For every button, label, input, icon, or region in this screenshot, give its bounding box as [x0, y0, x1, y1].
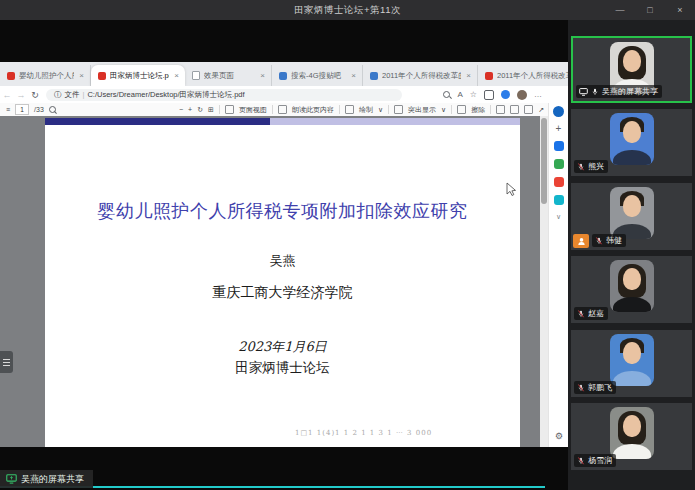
thumbnails-menu-icon[interactable]: ≡ — [6, 106, 10, 113]
maximize-button[interactable]: □ — [635, 0, 665, 20]
sidebar-tool-icon[interactable] — [554, 177, 564, 187]
participant-nameplate: 赵嘉 — [574, 307, 608, 320]
site-favicon — [279, 72, 287, 80]
print-icon[interactable] — [496, 105, 505, 114]
translate-icon[interactable]: A — [457, 90, 462, 99]
share-indicator-label: 吴燕的屏幕共享 — [21, 473, 84, 486]
screen-share-icon — [6, 474, 17, 484]
settings-gear-icon[interactable]: ⚙ — [549, 431, 569, 441]
pdf-file-icon — [485, 72, 493, 80]
avatar — [610, 260, 654, 312]
mic-muted-icon — [577, 310, 585, 318]
fit-page-button[interactable]: ⊞ — [208, 106, 214, 114]
shared-screen-browser: 婴幼儿照护个人所得税专 × 田家炳博士论坛.pdf × 效果页面 × 搜索-4G… — [0, 62, 568, 447]
erase-button[interactable]: 擦除 — [471, 105, 485, 115]
edge-split-icon[interactable] — [501, 90, 510, 99]
tab-close-icon[interactable]: × — [350, 71, 357, 80]
expand-toolbar-icon[interactable]: ↗ — [538, 106, 544, 114]
participant-tile[interactable]: 熊兴 — [571, 109, 692, 176]
participant-tile[interactable]: 吴燕的屏幕共享 — [571, 36, 692, 103]
favorites-star-icon[interactable]: ☆ — [470, 90, 477, 99]
draw-button[interactable]: 绘制 — [359, 105, 373, 115]
address-scheme-label: 文件 — [65, 90, 80, 100]
sharing-icon — [579, 88, 588, 96]
participant-nameplate: 吴燕的屏幕共享 — [576, 85, 662, 98]
slide-venue: 田家炳博士论坛 — [45, 359, 520, 377]
back-icon[interactable]: ← — [0, 90, 14, 100]
edge-sidebar-strip: + ∨ ⚙ — [548, 103, 568, 447]
profile-avatar[interactable] — [517, 90, 527, 100]
mic-muted-icon — [577, 384, 585, 392]
screen-share-indicator: 吴燕的屏幕共享 — [0, 470, 93, 488]
slide-accent-bar-light — [270, 118, 520, 125]
address-bar[interactable]: ⓘ 文件 | C:/Users/Dreamer/Desktop/田家炳博士论坛.… — [46, 89, 402, 101]
participant-tile[interactable]: 郭鹏飞 — [571, 330, 692, 397]
sidebar-toggle-button[interactable] — [0, 351, 13, 373]
tab-close-icon[interactable]: × — [465, 71, 472, 80]
zoom-out-button[interactable]: − — [179, 106, 183, 113]
sidebar-tool-icon[interactable] — [554, 141, 564, 151]
browser-tab-active[interactable]: 田家炳博士论坛.pdf × — [91, 65, 185, 86]
sidebar-tool-icon[interactable] — [554, 195, 564, 205]
browser-tab[interactable]: 搜索-4G搜贴吧 × — [272, 65, 363, 86]
member-badge — [573, 234, 589, 248]
highlight-button[interactable]: 突出显示 — [408, 105, 436, 115]
rotate-button[interactable]: ↻ — [197, 106, 203, 114]
page-number-input[interactable]: 1 — [15, 104, 29, 115]
pdf-file-icon — [7, 72, 15, 80]
mic-muted-icon — [577, 163, 585, 171]
tab-close-icon[interactable]: × — [173, 71, 180, 80]
participant-nameplate: 郭鹏飞 — [574, 381, 616, 394]
tab-close-icon[interactable]: × — [78, 71, 85, 80]
browser-tab[interactable]: 2011年个人所得税改革的 × — [363, 65, 478, 86]
participant-nameplate: 韩健 — [592, 234, 626, 247]
browser-addressbar: ← → ↻ ⓘ 文件 | C:/Users/Dreamer/Desktop/田家… — [0, 86, 568, 104]
save-icon[interactable] — [510, 105, 519, 114]
doc-favicon — [370, 72, 378, 80]
participant-tile[interactable]: 韩健 — [571, 183, 692, 250]
sidebar-tool-icon[interactable] — [554, 159, 564, 169]
mic-muted-icon — [577, 457, 585, 465]
window-controls: — □ × — [605, 0, 695, 20]
pdf-viewer[interactable]: 婴幼儿照护个人所得税专项附加扣除效应研究 吴燕 重庆工商大学经济学院 2023年… — [0, 116, 548, 447]
scrollbar-thumb[interactable] — [541, 118, 547, 204]
slide-cutoff-text: 1□1 1(4)1 1 2 1 1 3 1 ⋯ 3 000 — [295, 429, 520, 439]
forward-icon[interactable]: → — [14, 90, 28, 100]
page-view-button[interactable]: 页面视图 — [239, 105, 267, 115]
close-button[interactable]: × — [665, 0, 695, 20]
browser-tab[interactable]: 婴幼儿照护个人所得税专 × — [0, 65, 91, 86]
zoom-search-icon[interactable] — [443, 91, 450, 98]
highlight-caret-icon[interactable]: ∨ — [441, 106, 446, 114]
participant-tile[interactable]: 杨雪润 — [571, 403, 692, 470]
avatar — [610, 113, 654, 165]
slide-author: 吴燕 — [45, 252, 520, 270]
draw-icon — [345, 105, 354, 114]
minimize-button[interactable]: — — [605, 0, 635, 20]
tab-close-icon[interactable]: × — [259, 71, 266, 80]
participant-tile[interactable]: 赵嘉 — [571, 256, 692, 323]
mic-muted-icon — [595, 237, 603, 245]
pdf-search-icon[interactable] — [49, 106, 56, 113]
draw-caret-icon[interactable]: ∨ — [378, 106, 383, 114]
slide-date: 2023年1月6日 — [45, 338, 520, 356]
extensions-icon[interactable] — [484, 90, 494, 100]
participant-nameplate: 熊兴 — [574, 160, 608, 173]
erase-icon — [457, 105, 466, 114]
read-aloud-button[interactable]: 朗读此页内容 — [292, 105, 334, 115]
pdf-file-icon — [98, 72, 106, 80]
browser-tab[interactable]: 效果页面 × — [185, 65, 272, 86]
avatar — [610, 407, 654, 459]
avatar — [610, 334, 654, 386]
mic-on-icon — [591, 88, 599, 96]
zoom-in-button[interactable]: + — [188, 106, 192, 113]
browser-tabbar: 婴幼儿照护个人所得税专 × 田家炳博士论坛.pdf × 效果页面 × 搜索-4G… — [0, 62, 568, 86]
chevron-down-icon[interactable]: ∨ — [556, 213, 561, 221]
bing-search-icon[interactable] — [553, 106, 564, 117]
sidebar-add-icon[interactable]: + — [556, 125, 562, 133]
save-as-icon[interactable] — [524, 105, 533, 114]
page-view-icon — [225, 105, 234, 114]
reload-icon[interactable]: ↻ — [28, 90, 42, 100]
window-title: 田家炳博士论坛+第11次 — [294, 4, 401, 17]
more-menu-icon[interactable]: … — [534, 90, 542, 99]
pdf-scrollbar[interactable] — [540, 116, 548, 447]
